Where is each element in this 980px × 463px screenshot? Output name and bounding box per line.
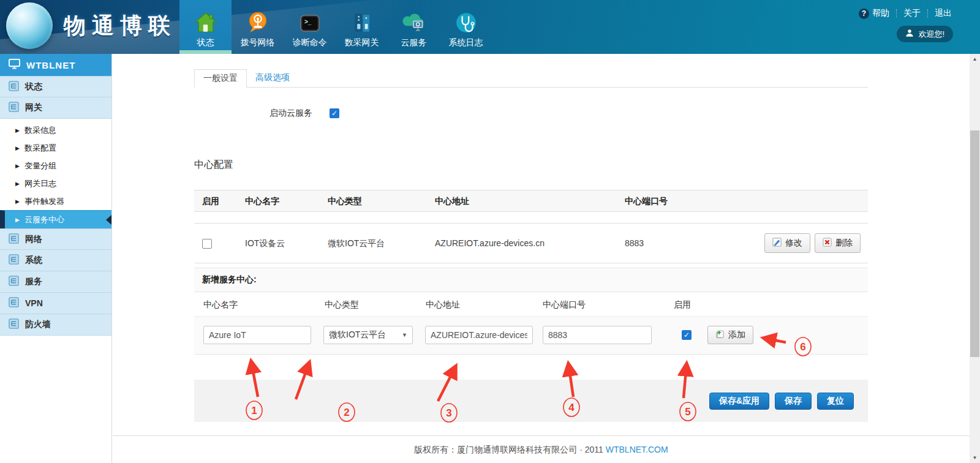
- monitor-icon: [9, 59, 20, 71]
- center-port-input[interactable]: [543, 326, 652, 344]
- nav-item-status[interactable]: 状态: [179, 0, 232, 54]
- sidebar-item-data-info[interactable]: ▶ 数采信息: [0, 121, 111, 139]
- stethoscope-icon: [454, 6, 478, 34]
- nav-label: 诊断命令: [293, 37, 327, 48]
- row-center-address: AZUREIOT.azure-devices.cn: [435, 238, 545, 248]
- sidebar-item-status[interactable]: 状态: [0, 76, 111, 97]
- nav-item-cloud-service[interactable]: 云服务: [388, 0, 440, 54]
- top-links: ? 帮助 关于 退出: [859, 8, 952, 19]
- user-icon: [905, 29, 914, 39]
- add-enable-checkbox[interactable]: ✓: [682, 330, 692, 340]
- triangle-icon: ▶: [15, 127, 20, 134]
- enable-cloud-label: 启动云服务: [270, 108, 312, 119]
- sidebar-item-gateway-log[interactable]: ▶ 网关日志: [0, 175, 111, 192]
- section-title-center-config: 中心配置: [194, 159, 868, 171]
- sidebar-item-gateway[interactable]: 网关: [0, 97, 111, 119]
- scrollbar-thumb[interactable]: [970, 130, 979, 357]
- save-apply-button[interactable]: 保存&应用: [709, 393, 769, 410]
- add-section-inputs: 微软IOT云平台 ▼ ✓ 添加: [194, 317, 868, 355]
- triangle-icon: ▶: [15, 181, 20, 187]
- reset-button[interactable]: 复位: [817, 393, 854, 410]
- brand-logo: 物通博联: [6, 2, 176, 49]
- nav-label: 数采网关: [345, 37, 379, 48]
- center-type-select[interactable]: 微软IOT云平台 ▼: [323, 326, 413, 344]
- sidebar-item-firewall[interactable]: 防火墙: [0, 314, 111, 336]
- triangle-icon: ▶: [15, 163, 20, 169]
- sidebar-item-service[interactable]: 服务: [0, 271, 111, 293]
- main-nav: 状态 拨号网络 >_ 诊断命令 数采网关 云服务: [179, 0, 492, 54]
- sidebar-item-variable-group[interactable]: ▶ 变量分组: [0, 157, 111, 175]
- link-separator: [896, 9, 897, 18]
- nav-label: 拨号网络: [241, 37, 275, 48]
- gateway-icon: [350, 6, 374, 34]
- nav-label: 云服务: [401, 37, 427, 48]
- wtblnet-link[interactable]: WTBLNET.COM: [606, 445, 668, 454]
- vertical-scrollbar[interactable]: ▲ ▼: [970, 54, 980, 463]
- sidebar-title: WTBLNET: [0, 54, 111, 76]
- home-icon: [194, 6, 217, 34]
- save-button[interactable]: 保存: [775, 393, 812, 410]
- add-button[interactable]: 添加: [707, 326, 753, 344]
- help-icon: ?: [859, 9, 869, 19]
- sidebar-item-data-config[interactable]: ▶ 数采配置: [0, 139, 111, 157]
- add-section-title: 新增服务中心:: [194, 268, 868, 292]
- delete-button[interactable]: 删除: [815, 233, 861, 253]
- nav-item-dial-network[interactable]: 拨号网络: [232, 0, 284, 54]
- nav-item-diagnostic[interactable]: >_ 诊断命令: [284, 0, 336, 54]
- logo-sphere-icon: [6, 2, 53, 49]
- svg-text:>_: >_: [304, 18, 312, 25]
- row-enable-checkbox[interactable]: [202, 239, 212, 249]
- add-section-labels: 中心名字 中心类型 中心地址 中心端口号 启用: [194, 292, 868, 317]
- list-icon: [9, 276, 19, 288]
- triangle-icon: ▶: [15, 217, 20, 223]
- sidebar-item-event-trigger[interactable]: ▶ 事件触发器: [0, 192, 111, 210]
- chevron-down-icon: ▼: [402, 332, 407, 338]
- center-table-header: 启用 中心名字 中心类型 中心地址 中心端口号: [194, 190, 868, 212]
- scroll-down-arrow-icon[interactable]: ▼: [970, 453, 980, 463]
- nav-item-gateway[interactable]: 数采网关: [336, 0, 388, 54]
- welcome-badge[interactable]: 欢迎您!: [897, 26, 953, 42]
- terminal-icon: >_: [299, 6, 321, 34]
- list-icon: [9, 297, 19, 309]
- cloud-service-icon: [402, 6, 426, 34]
- nav-label: 系统日志: [449, 37, 483, 48]
- scroll-up-arrow-icon[interactable]: ▲: [970, 54, 980, 64]
- list-icon: [9, 102, 19, 114]
- list-icon: [9, 254, 19, 266]
- sidebar-item-network[interactable]: 网络: [0, 228, 111, 250]
- delete-icon: [823, 238, 832, 249]
- about-link[interactable]: 关于: [903, 8, 921, 19]
- action-bar: 保存&应用 保存 复位: [194, 380, 868, 422]
- center-name-input[interactable]: [203, 326, 311, 344]
- triangle-icon: ▶: [15, 198, 20, 205]
- row-center-port: 8883: [625, 238, 644, 248]
- brand-name: 物通博联: [64, 11, 176, 41]
- logout-link[interactable]: 退出: [935, 8, 952, 19]
- edit-icon: [772, 238, 782, 249]
- list-icon: [9, 233, 19, 246]
- center-address-input[interactable]: [425, 326, 533, 344]
- copyright-text: 版权所有：厦门物通博联网络科技有限公司 · 2011: [414, 445, 603, 454]
- welcome-text: 欢迎您!: [918, 29, 944, 40]
- footer: 版权所有：厦门物通博联网络科技有限公司 · 2011 WTBLNET.COM: [113, 435, 970, 456]
- row-center-name: IOT设备云: [245, 238, 285, 249]
- dial-network-icon: [246, 6, 270, 34]
- add-icon: [715, 329, 725, 341]
- tab-advanced-options[interactable]: 高级选项: [247, 69, 298, 87]
- sidebar: WTBLNET 状态 网关 ▶ 数采信息 ▶ 数采配置 ▶ 变量分组 ▶ 网关日…: [0, 54, 112, 463]
- sidebar-item-cloud-center[interactable]: ▶ 云服务中心: [0, 210, 111, 228]
- help-link[interactable]: ? 帮助: [859, 8, 889, 19]
- main-content: 一般设置 高级选项 启动云服务 ✓ 中心配置 启用 中心名字 中心类型 中心地址…: [113, 54, 970, 463]
- enable-cloud-row: 启动云服务 ✓: [194, 107, 868, 119]
- row-actions: 修改 删除: [764, 233, 861, 253]
- tab-general-settings[interactable]: 一般设置: [194, 69, 247, 88]
- list-icon: [9, 318, 19, 331]
- list-icon: [9, 81, 19, 93]
- nav-item-syslog[interactable]: 系统日志: [440, 0, 492, 54]
- edit-button[interactable]: 修改: [764, 233, 810, 253]
- enable-cloud-checkbox[interactable]: ✓: [330, 108, 339, 118]
- table-row: IOT设备云 微软IOT云平台 AZUREIOT.azure-devices.c…: [194, 223, 868, 263]
- row-center-type: 微软IOT云平台: [328, 238, 385, 249]
- sidebar-item-vpn[interactable]: VPN: [0, 293, 111, 314]
- sidebar-item-system[interactable]: 系统: [0, 250, 111, 271]
